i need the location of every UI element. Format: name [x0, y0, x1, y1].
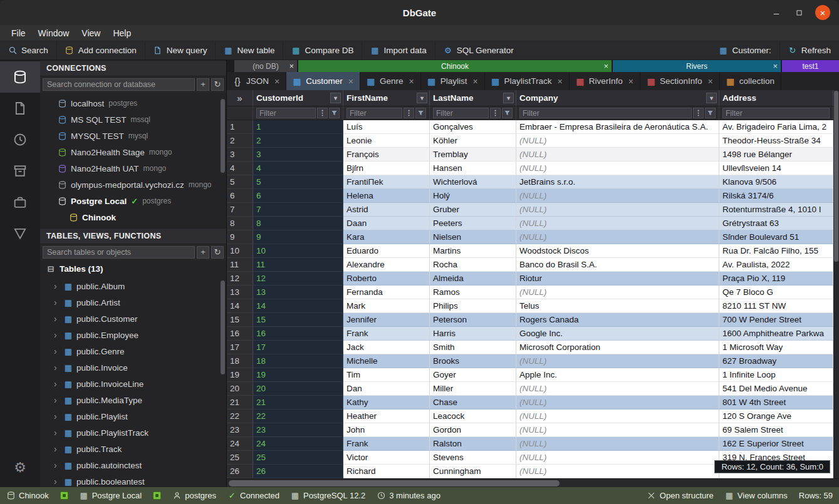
cell-customerid[interactable]: 1	[253, 120, 343, 134]
cell-customerid[interactable]: 6	[253, 189, 343, 203]
cell-first[interactable]: Michelle	[343, 354, 430, 368]
filter-input-customerid[interactable]	[256, 108, 316, 118]
cell-last[interactable]: Köhler	[430, 134, 516, 148]
cell-first[interactable]: Frank	[343, 327, 430, 341]
tables-group-row[interactable]: ⊟ Tables (13)	[40, 260, 226, 277]
cell-last[interactable]: Goyer	[430, 368, 516, 382]
tables-scrollbar-thumb[interactable]	[221, 280, 225, 374]
nav-settings[interactable]: ⚙	[0, 452, 40, 483]
row-number[interactable]: 19	[227, 368, 253, 382]
cell-first[interactable]: Tim	[343, 368, 430, 382]
chevron-right-icon[interactable]: ›	[54, 395, 60, 405]
cell-first[interactable]: Alexandre	[343, 258, 430, 272]
column-menu-icon[interactable]: ▾	[417, 93, 427, 103]
cell-last[interactable]: Harris	[430, 327, 516, 341]
chevron-right-icon[interactable]: ›	[54, 476, 60, 486]
cell-last[interactable]: Miller	[430, 382, 516, 396]
toolbar-sql-generator-button[interactable]: ⚙SQL Generator	[435, 41, 522, 59]
cell-address[interactable]: 541 Del Medio Avenue	[719, 382, 833, 396]
row-number[interactable]: 15	[227, 313, 253, 327]
cell-company[interactable]: (NULL)	[516, 162, 719, 175]
tab-group-test1[interactable]: test1	[782, 60, 839, 72]
connection-item[interactable]: Postgre Local✓postgres	[40, 193, 226, 209]
cell-company[interactable]: (NULL)	[516, 230, 719, 244]
cell-last[interactable]: Peterson	[430, 313, 516, 327]
tab-collection[interactable]: ▦collection	[720, 72, 781, 90]
column-header-company[interactable]: Company▾	[516, 90, 719, 106]
cell-company[interactable]: (NULL)	[516, 148, 719, 162]
cell-last[interactable]: Rocha	[430, 258, 516, 272]
row-number[interactable]: 7	[227, 203, 253, 217]
chevron-right-icon[interactable]: ›	[54, 444, 60, 454]
cell-last[interactable]: Holý	[430, 189, 516, 203]
cell-first[interactable]: Bjſrn	[343, 162, 430, 175]
row-number[interactable]: 14	[227, 299, 253, 313]
cell-last[interactable]: Martins	[430, 244, 516, 258]
cell-customerid[interactable]: 19	[253, 368, 343, 382]
cell-first[interactable]: Astrid	[343, 203, 430, 217]
cell-company[interactable]: Google Inc.	[516, 327, 719, 341]
cell-address[interactable]: 700 W Pender Street	[719, 313, 833, 327]
cell-address[interactable]: Av. Brigadeiro Faria Lima, 2	[719, 120, 833, 134]
cell-company[interactable]: (NULL)	[516, 465, 719, 478]
close-icon[interactable]: ×	[274, 76, 279, 86]
chevron-right-icon[interactable]: ›	[54, 363, 60, 373]
table-item-public-customer[interactable]: ›▦public.Customer	[40, 311, 226, 327]
cell-customerid[interactable]: 16	[253, 327, 343, 341]
connection-item[interactable]: MS SQL TESTmssql	[40, 111, 226, 128]
close-icon[interactable]: ×	[558, 76, 563, 86]
nav-macros[interactable]	[0, 218, 40, 249]
cell-first[interactable]: Dan	[343, 382, 430, 396]
cell-customerid[interactable]: 22	[253, 409, 343, 423]
tab-group-chinook[interactable]: Chinook×	[298, 60, 612, 72]
column-header-firstname[interactable]: FirstName▾	[343, 90, 430, 106]
cell-company[interactable]: (NULL)	[516, 396, 719, 409]
row-number[interactable]: 17	[227, 341, 253, 354]
cell-customerid[interactable]: 10	[253, 244, 343, 258]
cell-company[interactable]: (NULL)	[516, 423, 719, 437]
cell-first[interactable]: Kathy	[343, 396, 430, 409]
cell-address[interactable]: Praça Pio X, 119	[719, 272, 833, 285]
row-number[interactable]: 1	[227, 120, 253, 134]
cell-first[interactable]: Daan	[343, 217, 430, 230]
column-header-customerid[interactable]: CustomerId▾	[253, 90, 343, 106]
toolbar-refresh-button[interactable]: ↻Refresh	[780, 41, 839, 59]
row-number[interactable]: 8	[227, 217, 253, 230]
cell-last[interactable]: Ramos	[430, 285, 516, 299]
refresh-connections-button[interactable]: ↻	[211, 78, 224, 91]
table-item-public-artist[interactable]: ›▦public.Artist	[40, 294, 226, 311]
cell-last[interactable]: Leacock	[430, 409, 516, 423]
cell-first[interactable]: FrantiΠek	[343, 175, 430, 189]
cell-first[interactable]: François	[343, 148, 430, 162]
column-header-lastname[interactable]: LastName▾	[430, 90, 516, 106]
refresh-tables-button[interactable]: ↻	[211, 246, 224, 259]
toolbar-customer-button[interactable]: ▦Customer:	[711, 41, 779, 59]
tab-json[interactable]: {}JSON×	[227, 72, 286, 90]
row-number[interactable]: 2	[227, 134, 253, 148]
tab-customer[interactable]: ▦Customer×	[286, 72, 360, 90]
cell-customerid[interactable]: 15	[253, 313, 343, 327]
connection-item[interactable]: olympus-medportal.vychozi.czmongo	[40, 177, 226, 193]
cell-first[interactable]: Roberto	[343, 272, 430, 285]
cell-last[interactable]: Nielsen	[430, 230, 516, 244]
cell-last[interactable]: Peeters	[430, 217, 516, 230]
table-item-public-invoiceline[interactable]: ›▦public.InvoiceLine	[40, 376, 226, 392]
row-number[interactable]: 22	[227, 409, 253, 423]
menu-help[interactable]: Help	[107, 25, 137, 41]
row-number[interactable]: 24	[227, 437, 253, 451]
cell-last[interactable]: Tremblay	[430, 148, 516, 162]
nav-archive[interactable]	[0, 155, 40, 187]
add-connection-small-button[interactable]: +	[197, 78, 209, 91]
cell-last[interactable]: Gonçalves	[430, 120, 516, 134]
row-number[interactable]: 21	[227, 396, 253, 409]
row-number[interactable]: 11	[227, 258, 253, 272]
cell-customerid[interactable]: 17	[253, 341, 343, 354]
cell-last[interactable]: Brooks	[430, 354, 516, 368]
cell-address[interactable]: Rotenturmstraße 4, 1010 I	[719, 203, 833, 217]
table-item-public-playlist[interactable]: ›▦public.Playlist	[40, 408, 226, 424]
cell-address[interactable]: Qe 7 Bloco G	[719, 285, 833, 299]
status-view-columns[interactable]: ▦View columns	[725, 491, 788, 500]
toolbar-import-data-button[interactable]: ▦Import data	[362, 41, 435, 59]
chevron-right-icon[interactable]: ›	[54, 411, 60, 421]
connection-item[interactable]: Nano2Health Stagemongo	[40, 144, 226, 160]
